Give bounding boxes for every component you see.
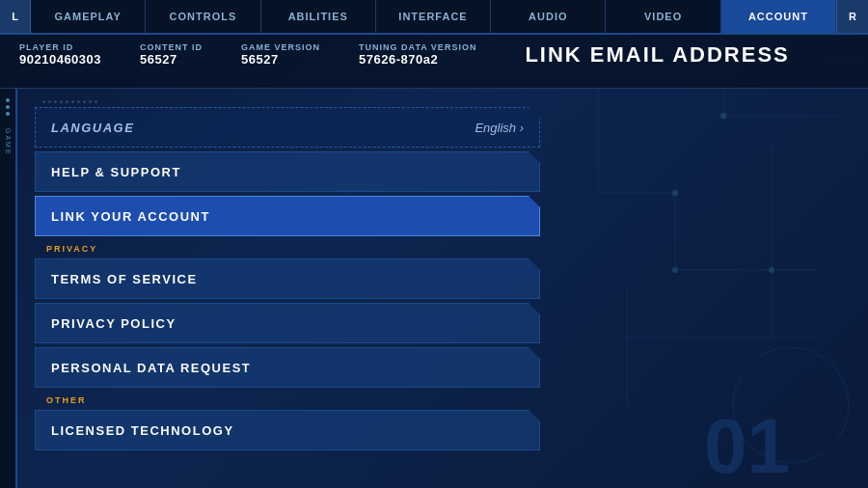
player-id-group: PLAYER ID 90210460303 [19, 42, 101, 67]
menu-item-language[interactable]: LANGUAGE English › [35, 107, 540, 148]
tab-gameplay[interactable]: GAMEPLAY [31, 0, 146, 33]
nav-left-button[interactable]: L [0, 0, 31, 33]
dot [89, 100, 92, 103]
dot [95, 100, 97, 103]
nav-tabs: GAMEPLAY CONTROLS ABILITIES INTERFACE AU… [31, 0, 836, 33]
game-version-value: 56527 [241, 52, 320, 67]
licensed-label: LICENSED TECHNOLOGY [51, 423, 234, 438]
game-version-label: GAME VERSION [241, 42, 320, 52]
tab-abilities[interactable]: ABILITIES [261, 0, 376, 33]
dot [66, 100, 68, 103]
info-bar: PLAYER ID 90210460303 CONTENT ID 56527 G… [0, 35, 868, 89]
menu-item-personal-data[interactable]: PERSONAL DATA REQUEST [35, 347, 540, 388]
privacy-section-label: PRIVACY [35, 238, 548, 257]
link-email-title: LINK EMAIL ADDRESS [525, 42, 789, 68]
top-navigation: L GAMEPLAY CONTROLS ABILITIES INTERFACE … [0, 0, 868, 35]
language-value: English › [475, 121, 524, 135]
indicator-dot [6, 112, 10, 116]
dot [71, 100, 74, 103]
link-account-label: LINK YOUR ACCOUNT [51, 209, 210, 224]
personal-data-label: PERSONAL DATA REQUEST [51, 361, 251, 375]
right-panel [548, 89, 868, 488]
content-id-group: CONTENT ID 56527 [140, 42, 203, 67]
dot [54, 100, 57, 103]
nav-right-button[interactable]: R [836, 0, 868, 33]
menu-item-privacy[interactable]: PRIVACY POLICY [35, 303, 540, 343]
dot [48, 100, 51, 103]
content-id-label: CONTENT ID [140, 42, 203, 52]
dot [77, 100, 80, 103]
indicator-dot [6, 105, 10, 109]
language-label: LANGUAGE [51, 121, 134, 135]
player-id-label: PLAYER ID [19, 42, 101, 52]
terms-label: TERMS OF SERVICE [51, 272, 198, 286]
content-id-value: 56527 [140, 52, 203, 67]
menu-panel: LANGUAGE English › HELP & SUPPORT LINK Y… [17, 89, 548, 488]
menu-item-help[interactable]: HELP & SUPPORT [35, 151, 540, 192]
tab-controls[interactable]: CONTROLS [146, 0, 260, 33]
player-id-value: 90210460303 [19, 52, 101, 67]
indicator-text: GAME [5, 128, 12, 156]
menu-item-link-account[interactable]: LINK YOUR ACCOUNT [35, 196, 540, 236]
tab-video[interactable]: VIDEO [606, 0, 720, 33]
help-label: HELP & SUPPORT [51, 165, 181, 179]
tab-interface[interactable]: INTERFACE [376, 0, 491, 33]
dots-row [42, 100, 97, 103]
menu-item-licensed[interactable]: LICENSED TECHNOLOGY [35, 410, 540, 450]
link-email-group: LINK EMAIL ADDRESS [525, 42, 789, 68]
left-indicator: GAME [0, 89, 17, 488]
tuning-data-value: 57626-870a2 [359, 52, 476, 67]
game-version-group: GAME VERSION 56527 [241, 42, 320, 67]
dot [42, 100, 45, 103]
main-content: GAME LANGUAGE [0, 89, 868, 488]
tuning-data-group: TUNING DATA VERSION 57626-870a2 [359, 42, 476, 67]
privacy-label: PRIVACY POLICY [51, 316, 176, 331]
indicator-dot [6, 98, 10, 102]
content-layout: LANGUAGE English › HELP & SUPPORT LINK Y… [17, 89, 868, 488]
tuning-data-label: TUNING DATA VERSION [359, 42, 476, 52]
tab-account[interactable]: ACCOUNT [721, 0, 836, 33]
other-section-label: OTHER [35, 390, 548, 408]
tab-audio[interactable]: AUDIO [491, 0, 606, 33]
menu-item-terms[interactable]: TERMS OF SERVICE [35, 258, 540, 299]
dot [60, 100, 63, 103]
dots-top [35, 96, 548, 105]
dot [83, 100, 86, 103]
